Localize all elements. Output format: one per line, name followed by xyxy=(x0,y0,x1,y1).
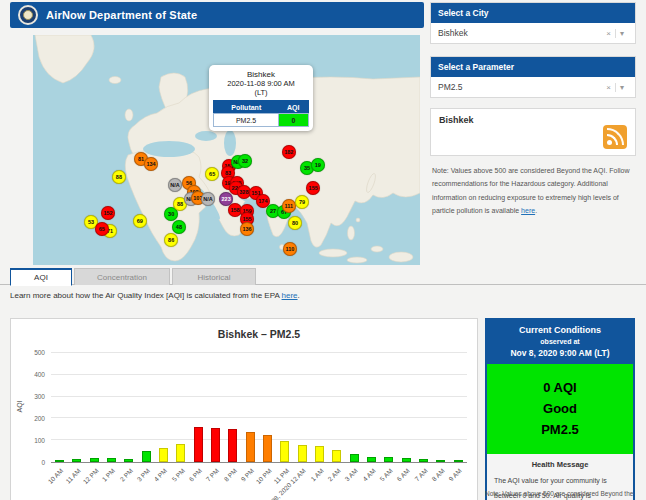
chart-xtick-label: 5 AM xyxy=(378,467,393,482)
parameter-select-panel: Select a Parameter PM2.5 × ▾ xyxy=(430,56,636,98)
chart-xtick-label: 9 AM xyxy=(448,467,463,482)
aqi-parameter: PM2.5 xyxy=(491,420,629,441)
chart-xtick-label: 4 AM xyxy=(361,467,376,482)
chart-bar xyxy=(142,451,151,462)
chart-ytick-label: 200 xyxy=(19,415,45,422)
chart-plot-area xyxy=(51,353,467,463)
chart-bar xyxy=(298,445,307,462)
map-marker[interactable]: 79 xyxy=(295,195,309,209)
popup-timezone: (LT) xyxy=(213,88,309,97)
chart-bar xyxy=(194,427,203,462)
chart-bars xyxy=(51,353,467,462)
tab-aqi[interactable]: AQI xyxy=(10,268,72,286)
city-panel-title: Select a City xyxy=(431,3,635,23)
popup-col-pollutant: Pollutant xyxy=(214,101,279,114)
rss-icon[interactable] xyxy=(603,125,627,149)
chart-bar xyxy=(55,460,64,462)
chart-bar xyxy=(159,448,168,462)
map-marker[interactable]: 152 xyxy=(101,206,115,220)
parameter-select-value: PM2.5 xyxy=(438,82,602,92)
parameter-select[interactable]: PM2.5 × ▾ xyxy=(431,77,635,97)
chart-bar xyxy=(419,459,428,462)
clear-icon[interactable]: × xyxy=(602,83,616,92)
map-marker[interactable]: 65 xyxy=(95,222,109,236)
popup-col-aqi: AQI xyxy=(279,101,309,114)
chart-ytick-label: 300 xyxy=(19,393,45,400)
map-marker[interactable]: 134 xyxy=(144,157,158,171)
popup-datetime: 2020-11-08 9:00 AM xyxy=(213,79,309,88)
map-marker[interactable]: 48 xyxy=(172,220,186,234)
chart-xtick-label: 7 AM xyxy=(413,467,428,482)
chart-xtick-label: 1 PM xyxy=(101,467,117,483)
chart-bar xyxy=(107,458,116,462)
map-popup[interactable]: Bishkek 2020-11-08 9:00 AM (LT) Pollutan… xyxy=(209,65,313,131)
map-marker[interactable]: 110 xyxy=(283,242,297,256)
learn-more-prefix: Learn more about how the Air Quality Ind… xyxy=(10,291,282,300)
tab-historical[interactable]: Historical xyxy=(172,268,256,285)
sidebar-note: Note: Values above 500 are considered Be… xyxy=(432,164,634,217)
feed-panel: Bishkek xyxy=(430,108,636,156)
map-marker[interactable]: N/A xyxy=(201,192,215,206)
chevron-down-icon[interactable]: ▾ xyxy=(616,83,628,92)
map-marker[interactable]: 32 xyxy=(238,154,252,168)
observed-at-datetime: Nov 8, 2020 9:00 AM (LT) xyxy=(491,348,629,358)
chart-xtick-label: 8 AM xyxy=(430,467,445,482)
app-title: AirNow Department of State xyxy=(46,9,197,21)
observed-at-label: observed at xyxy=(491,338,629,345)
chevron-down-icon[interactable]: ▾ xyxy=(616,29,628,38)
map-marker[interactable]: 69 xyxy=(133,214,147,228)
chart-bar xyxy=(332,450,341,462)
map-marker[interactable]: 182 xyxy=(282,145,296,159)
map-marker[interactable]: 88 xyxy=(112,170,126,184)
map-marker[interactable]: N/A xyxy=(168,178,182,192)
chart-bar xyxy=(246,432,255,462)
learn-more-suffix: . xyxy=(298,291,300,300)
chart-title: Bishkek – PM2.5 xyxy=(51,328,467,340)
current-conditions-title: Current Conditions xyxy=(491,325,629,335)
chart-ylabel: AQI xyxy=(16,400,23,412)
chart-bar xyxy=(263,435,272,463)
chart-xtick-label: 3 PM xyxy=(136,467,152,483)
city-select[interactable]: Bishkek × ▾ xyxy=(431,23,635,43)
state-department-seal-icon xyxy=(18,5,38,25)
chart-bar xyxy=(384,457,393,463)
app-header: AirNow Department of State xyxy=(10,2,424,28)
chart-ytick-label: 100 xyxy=(19,437,45,444)
popup-pollutant-value: PM2.5 xyxy=(214,114,279,127)
chart-bar xyxy=(454,460,463,462)
tab-concentration[interactable]: Concentration xyxy=(74,268,170,285)
map-marker[interactable]: 65 xyxy=(205,167,219,181)
chart-bar xyxy=(176,444,185,462)
current-conditions-panel: Current Conditions observed at Nov 8, 20… xyxy=(485,318,635,500)
aqi-status-block: 0 AQI Good PM2.5 xyxy=(487,364,633,454)
chart-bar xyxy=(402,458,411,462)
chart-bar xyxy=(367,457,376,463)
map-marker[interactable]: 86 xyxy=(164,233,178,247)
world-aqi-map[interactable]: 88811345371152656986304888N/A56103N/A107… xyxy=(33,35,420,265)
learn-more-text: Learn more about how the Air Quality Ind… xyxy=(10,291,300,300)
chart-xtick-label: 8 PM xyxy=(222,467,238,483)
chart-bar xyxy=(315,446,324,462)
learn-more-link[interactable]: here xyxy=(282,291,298,300)
current-conditions-header: Current Conditions observed at Nov 8, 20… xyxy=(487,320,633,364)
chart-bar xyxy=(228,429,237,462)
parameter-panel-title: Select a Parameter xyxy=(431,57,635,77)
bottom-note: Note: Values above 500 are considered Be… xyxy=(485,490,635,497)
chart-xtick-label: 10 AM xyxy=(47,467,65,485)
feed-city-label: Bishkek xyxy=(439,115,474,125)
map-marker[interactable]: 80 xyxy=(288,216,302,230)
map-marker[interactable]: 155 xyxy=(306,181,320,195)
clear-icon[interactable]: × xyxy=(602,29,616,38)
sidebar-note-link[interactable]: here xyxy=(521,207,535,214)
popup-table: Pollutant AQI PM2.5 0 xyxy=(213,100,309,127)
map-marker[interactable]: 136 xyxy=(240,222,254,236)
sidebar-note-suffix: . xyxy=(535,207,537,214)
map-marker[interactable]: 111 xyxy=(282,199,296,213)
popup-aqi-value: 0 xyxy=(279,114,309,127)
chart-ytick-label: 0 xyxy=(19,459,45,466)
chart-bar xyxy=(211,428,220,462)
chart-bar xyxy=(436,460,445,462)
map-marker[interactable]: 19 xyxy=(311,158,325,172)
chart-xtick-label: 5 PM xyxy=(170,467,186,483)
chart-bar xyxy=(72,459,81,462)
